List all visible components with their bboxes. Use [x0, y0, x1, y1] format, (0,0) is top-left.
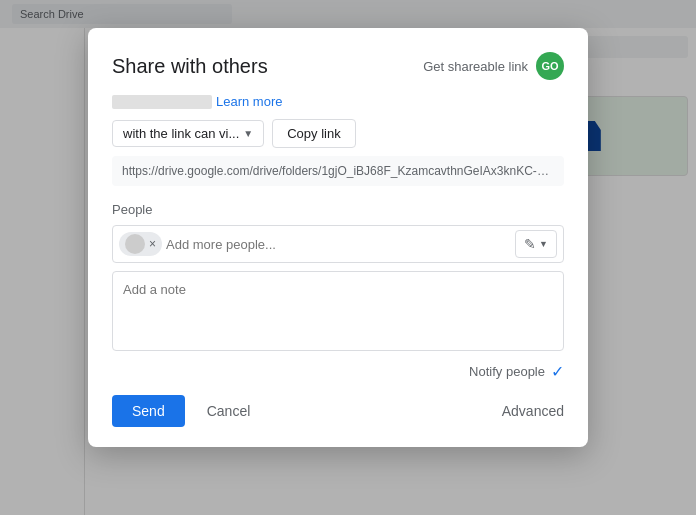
dialog-title: Share with others	[112, 55, 268, 78]
notify-check-icon[interactable]: ✓	[551, 362, 564, 381]
avatar	[125, 234, 145, 254]
people-tag: ×	[119, 232, 162, 256]
dialog-header: Share with others Get shareable link GO	[112, 52, 564, 80]
add-people-input[interactable]	[166, 237, 511, 252]
link-permission-label: with the link can vi...	[123, 126, 239, 141]
go-badge-button[interactable]: GO	[536, 52, 564, 80]
link-permission-select[interactable]: with the link can vi... ▼	[112, 120, 264, 147]
learn-more-link[interactable]: Learn more	[216, 94, 282, 109]
cancel-button[interactable]: Cancel	[193, 395, 265, 427]
footer-left-buttons: Send Cancel	[112, 395, 264, 427]
notify-row: Notify people ✓	[112, 362, 564, 381]
notify-label: Notify people	[469, 364, 545, 379]
dialog-footer: Send Cancel Advanced	[112, 395, 564, 427]
subtitle-row: Learn more	[112, 94, 564, 109]
pencil-chevron-icon: ▼	[539, 239, 548, 249]
people-label: People	[112, 202, 564, 217]
link-permissions-row: with the link can vi... ▼ Copy link	[112, 119, 564, 148]
copy-link-button[interactable]: Copy link	[272, 119, 355, 148]
shareable-url[interactable]: https://drive.google.com/drive/folders/1…	[112, 156, 564, 186]
remove-person-button[interactable]: ×	[149, 237, 156, 251]
shareable-link-area: Get shareable link GO	[423, 52, 564, 80]
pencil-dropdown-button[interactable]: ✎ ▼	[515, 230, 557, 258]
pencil-icon: ✎	[524, 236, 536, 252]
share-dialog: Share with others Get shareable link GO …	[88, 28, 588, 447]
send-button[interactable]: Send	[112, 395, 185, 427]
advanced-button[interactable]: Advanced	[502, 403, 564, 419]
shareable-link-label: Get shareable link	[423, 59, 528, 74]
chevron-down-icon: ▼	[243, 128, 253, 139]
note-textarea[interactable]	[112, 271, 564, 351]
subtitle-blurred-text	[112, 95, 212, 109]
people-input-row[interactable]: × ✎ ▼	[112, 225, 564, 263]
